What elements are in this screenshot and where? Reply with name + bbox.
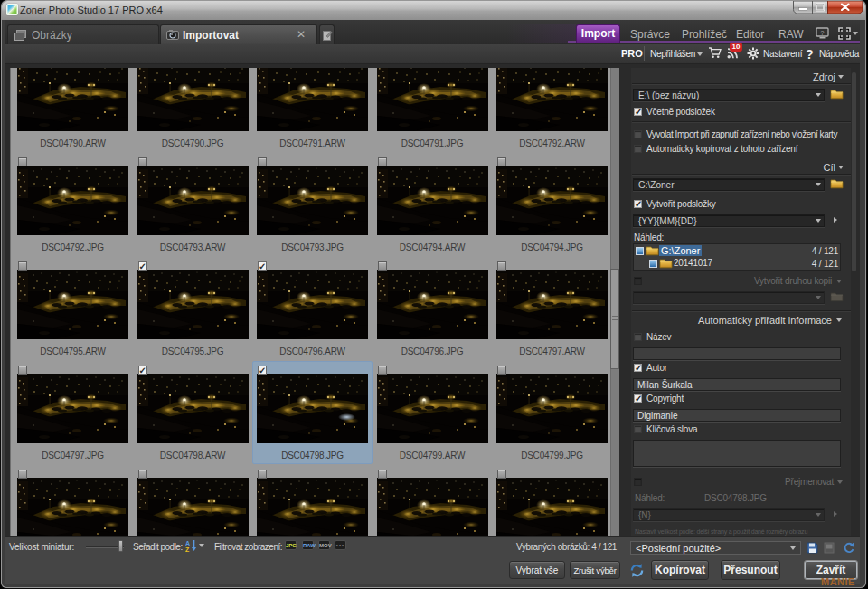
svg-text:A: A: [185, 540, 190, 546]
svg-text:Z: Z: [185, 546, 190, 553]
svg-text:?: ?: [821, 30, 825, 36]
